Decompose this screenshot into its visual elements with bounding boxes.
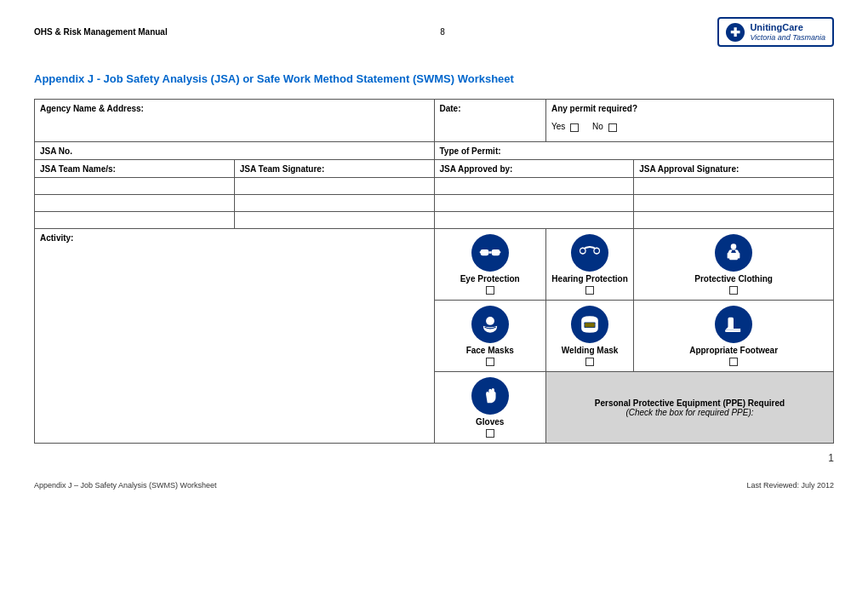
- permit-yes-label: Yes: [551, 122, 579, 131]
- logo-cross-icon: ✚: [726, 23, 745, 42]
- svg-point-12: [731, 244, 737, 250]
- footer-left: Appendix J – Job Safety Analysis (SWMS) …: [34, 481, 216, 490]
- face-masks-label: Face Masks: [466, 346, 514, 355]
- hearing-protection-icon: [571, 234, 608, 272]
- permit-yes-checkbox[interactable]: [570, 123, 579, 132]
- page-header: OHS & Risk Management Manual 8 ✚ Uniting…: [34, 17, 834, 47]
- svg-point-10: [594, 248, 600, 254]
- permit-label: Any permit required?: [551, 104, 637, 113]
- appropriate-footwear-checkbox[interactable]: [729, 358, 738, 366]
- agency-label: Agency Name & Address:: [40, 104, 144, 113]
- activity-label: Activity:: [40, 233, 73, 243]
- jsa-approved-label: JSA Approved by:: [440, 164, 513, 174]
- type-of-permit-label: Type of Permit:: [440, 146, 501, 156]
- data-row-2: [35, 195, 834, 212]
- data-row-1: [35, 178, 834, 195]
- jsa-signature-label: JSA Team Signature:: [240, 164, 324, 174]
- eye-protection-label: Eye Protection: [460, 274, 520, 284]
- appropriate-footwear-label: Appropriate Footwear: [689, 346, 778, 355]
- welding-mask-checkbox[interactable]: [585, 358, 594, 366]
- manual-title: OHS & Risk Management Manual: [34, 27, 168, 37]
- gloves-label: Gloves: [476, 417, 504, 427]
- jsa-team-row: JSA Team Name/s: JSA Team Signature: JSA…: [35, 160, 834, 178]
- protective-clothing-checkbox[interactable]: [729, 286, 738, 295]
- footer-center: Last Reviewed: July 2012: [746, 481, 834, 490]
- eye-protection-icon: [471, 234, 509, 272]
- hearing-protection-label: Hearing Protection: [551, 274, 627, 284]
- face-masks-checkbox[interactable]: [486, 358, 494, 366]
- svg-point-6: [574, 238, 605, 268]
- face-masks-icon: [471, 306, 509, 343]
- eye-protection-checkbox[interactable]: [486, 286, 494, 295]
- page-number-bottom: 1: [34, 452, 834, 464]
- svg-rect-14: [728, 253, 730, 259]
- svg-rect-2: [491, 249, 500, 255]
- welding-mask-icon: [571, 306, 608, 343]
- jsa-row: JSA No. Type of Permit:: [35, 142, 834, 160]
- permit-no-label: No: [592, 122, 617, 131]
- logo-name: UnitingCare: [750, 22, 825, 33]
- svg-rect-20: [585, 324, 594, 328]
- svg-rect-13: [729, 253, 738, 260]
- date-label: Date:: [440, 104, 461, 113]
- welding-mask-label: Welding Mask: [562, 346, 619, 355]
- appropriate-footwear-icon: [715, 306, 752, 343]
- jsa-team-label: JSA Team Name/s:: [40, 164, 116, 174]
- protective-clothing-label: Protective Clothing: [694, 274, 773, 284]
- svg-rect-1: [480, 249, 488, 255]
- jsa-no-label: JSA No.: [40, 146, 72, 156]
- svg-rect-4: [479, 252, 481, 254]
- svg-rect-23: [725, 330, 740, 332]
- main-form-table: Agency Name & Address: Date: Any permit …: [34, 99, 834, 444]
- ppe-info-subtitle: (Check the box for required PPE):: [551, 408, 828, 417]
- agency-row: Agency Name & Address: Date: Any permit …: [35, 100, 834, 142]
- appendix-title: Appendix J - Job Safety Analysis (JSA) o…: [34, 72, 834, 85]
- permit-no-checkbox[interactable]: [608, 123, 617, 132]
- svg-rect-22: [728, 318, 734, 329]
- ppe-info-title: Personal Protective Equipment (PPE) Requ…: [551, 398, 828, 408]
- protective-clothing-icon: [715, 234, 752, 272]
- svg-rect-15: [737, 253, 740, 259]
- gloves-checkbox[interactable]: [486, 429, 494, 438]
- svg-rect-5: [499, 252, 500, 254]
- logo-subtitle: Victoria and Tasmania: [750, 33, 825, 42]
- jsa-approval-sig-label: JSA Approval Signature:: [639, 164, 739, 174]
- data-row-3: [35, 212, 834, 229]
- page-footer: Appendix J – Job Safety Analysis (SWMS) …: [34, 481, 834, 490]
- activity-row: Activity:: [35, 229, 834, 301]
- svg-point-17: [486, 317, 494, 325]
- logo: ✚ UnitingCare Victoria and Tasmania: [717, 17, 834, 47]
- svg-point-9: [580, 248, 586, 254]
- page-number: 8: [440, 27, 445, 37]
- hearing-protection-checkbox[interactable]: [585, 286, 594, 295]
- svg-rect-3: [488, 252, 491, 254]
- gloves-icon: [471, 377, 509, 415]
